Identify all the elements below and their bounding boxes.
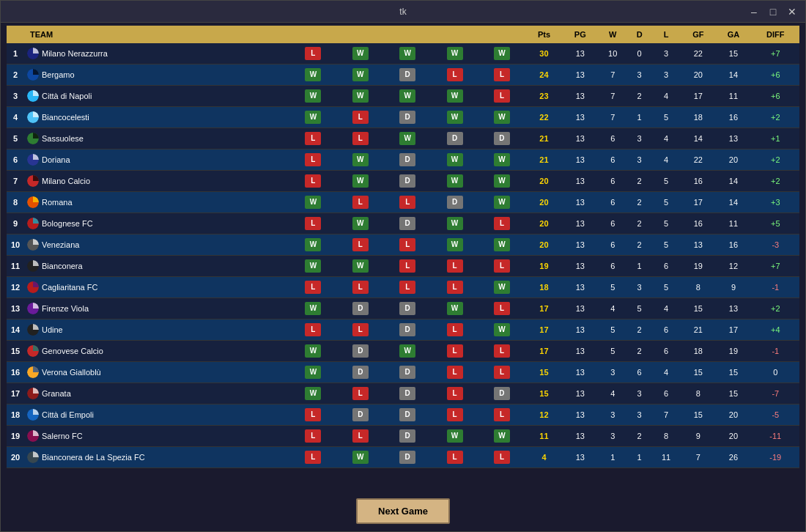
team-gf: 15 [681,362,715,383]
form-badge: W [384,128,431,149]
form-badge: W [384,341,431,362]
table-header-row: TEAM Pts PG W D L GF GA DIFF [7,26,799,43]
form-badge: W [478,43,525,64]
team-w: 6 [598,213,628,234]
table-row: 5 Sassuolese LLWDD 21 13 6 3 4 14 13 +1 [7,128,799,149]
form-badge: W [431,149,478,171]
table-row: 3 Città di Napoli WWWWL 23 13 7 2 4 17 1… [7,86,799,107]
team-name: Bergamo [24,64,289,86]
team-pts: 17 [525,298,563,319]
team-d: 6 [628,362,651,383]
team-pts: 23 [525,86,563,107]
form-badge: W [337,149,384,171]
minimize-button[interactable]: – [747,6,761,18]
team-pg: 13 [563,319,598,341]
team-l: 6 [651,319,681,341]
form-badge: W [289,298,336,319]
team-name: Sassuolese [24,128,289,149]
team-l: 4 [651,128,681,149]
form-badge: W [478,426,525,447]
table-row: 12 Cagliaritana FC LLLLW 18 13 5 3 5 8 9… [7,277,799,298]
team-d: 2 [628,192,651,213]
team-diff: 0 [752,362,799,383]
form-badge: W [478,319,525,341]
team-name: Udine [24,319,289,341]
team-gf: 14 [681,128,715,149]
team-header: TEAM [24,26,289,43]
team-gf: 18 [681,107,715,128]
form-badge: L [337,319,384,341]
team-d: 3 [628,404,651,426]
team-rank: 14 [7,319,24,341]
team-d: 2 [628,234,651,256]
team-ga: 17 [715,319,751,341]
close-button[interactable]: ✕ [785,6,799,18]
team-l: 5 [651,171,681,192]
team-diff: +4 [752,319,799,341]
team-pts: 20 [525,171,563,192]
team-diff: -1 [752,277,799,298]
maximize-button[interactable]: □ [766,6,780,18]
footer: Next Game [1,491,805,531]
team-d: 3 [628,128,651,149]
form-badge: L [478,447,525,468]
form-badge: W [478,149,525,171]
team-l: 4 [651,149,681,171]
form-badge: L [478,86,525,107]
form-badge: W [478,234,525,256]
team-name: Romana [24,192,289,213]
form-badge: L [478,213,525,234]
team-name-text: Verona Gialloblù [42,368,101,377]
team-name: Verona Gialloblù [24,362,289,383]
next-game-button[interactable]: Next Game [356,498,450,524]
form-badge: D [384,107,431,128]
team-name-text: Genovese Calcio [42,347,103,355]
team-d: 2 [628,86,651,107]
table-row: 4 Biancocelesti WLDWW 22 13 7 1 5 18 16 … [7,107,799,128]
form-badge: W [289,234,336,256]
team-d: 2 [628,341,651,362]
team-w: 3 [598,362,628,383]
form-badge: D [337,362,384,383]
team-d: 2 [628,171,651,192]
form-badge: D [384,426,431,447]
form-badge: L [431,404,478,426]
standings-table-container: TEAM Pts PG W D L GF GA DIFF 1 [1,23,805,491]
team-d: 1 [628,447,651,468]
team-l: 6 [651,256,681,277]
team-pts: 22 [525,107,563,128]
team-pg: 13 [563,149,598,171]
team-pg: 13 [563,298,598,319]
form-badge: W [289,256,336,277]
team-ga: 15 [715,43,751,64]
team-gf: 16 [681,213,715,234]
form-badge: L [431,277,478,298]
team-gf: 17 [681,86,715,107]
form-badge: W [431,234,478,256]
team-pts: 18 [525,277,563,298]
table-row: 16 Verona Gialloblù WDDLL 15 13 3 6 4 15… [7,362,799,383]
team-rank: 20 [7,447,24,468]
team-l: 5 [651,107,681,128]
team-w: 1 [598,447,628,468]
team-ga: 19 [715,341,751,362]
team-gf: 7 [681,447,715,468]
form-badge: L [384,256,431,277]
team-diff: -19 [752,447,799,468]
team-ga: 13 [715,298,751,319]
team-ga: 13 [715,128,751,149]
team-ga: 14 [715,171,751,192]
team-w: 4 [598,383,628,404]
team-ga: 16 [715,234,751,256]
team-name: Cagliaritana FC [24,277,289,298]
team-name-text: Biancocelesti [42,113,89,122]
form-badge: D [431,128,478,149]
form-badge: L [289,319,336,341]
team-pg: 13 [563,383,598,404]
form-badge: W [289,107,336,128]
team-pg: 13 [563,447,598,468]
team-gf: 15 [681,404,715,426]
team-ga: 11 [715,86,751,107]
team-pg: 13 [563,256,598,277]
team-diff: +2 [752,107,799,128]
